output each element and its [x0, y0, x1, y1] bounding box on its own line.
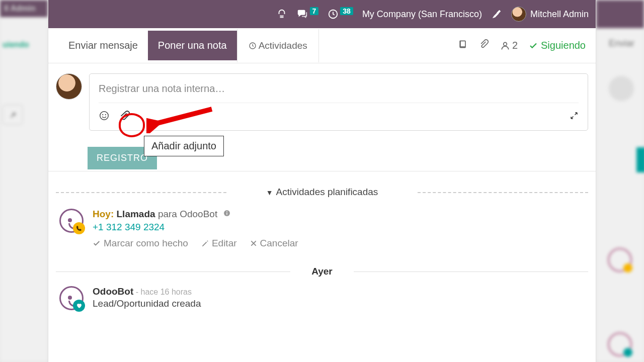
caret-down-icon: ▼ — [266, 189, 273, 197]
activity-item: Hoy: Llamada para OdooBot +1 312 349 232… — [48, 198, 596, 249]
message-sender[interactable]: OdooBot — [93, 286, 133, 297]
following-button[interactable]: Siguiendo — [529, 40, 586, 51]
tab-activities[interactable]: Actividades — [237, 29, 319, 62]
topbar: 7 38 My Company (San Francisco) Mitchell… — [48, 0, 596, 28]
svg-rect-11 — [227, 213, 227, 215]
message-item: OdooBot - hace 16 horas Lead/Oportunidad… — [48, 277, 596, 310]
mark-done-button[interactable]: Marcar como hecho — [93, 238, 188, 249]
blur-left-mid: uiendo — [3, 40, 45, 49]
discuss-icon[interactable]: 7 — [296, 9, 319, 20]
compose-area: Registrar una nota interna… — [48, 63, 596, 131]
blur-left-top: ll Admin — [0, 0, 48, 17]
svg-point-2 — [282, 17, 283, 18]
user-menu[interactable]: Mitchell Admin — [511, 7, 589, 22]
mark-done-label: Marcar como hecho — [104, 238, 188, 249]
tools-icon[interactable] — [491, 9, 502, 20]
edit-label: Editar — [212, 238, 237, 249]
svg-point-0 — [280, 17, 281, 18]
main-panel: 7 38 My Company (San Francisco) Mitchell… — [48, 0, 596, 362]
attachments-icon[interactable] — [479, 39, 489, 52]
svg-point-5 — [504, 42, 507, 46]
activity-type: Llamada — [117, 209, 155, 219]
message-time: - hace 16 horas — [136, 288, 192, 296]
followers-count[interactable]: 2 — [500, 40, 518, 51]
planned-activities-label: Actividades planificadas — [276, 187, 378, 197]
followers-number: 2 — [512, 40, 518, 51]
attachment-icon[interactable] — [119, 110, 130, 123]
user-name: Mitchell Admin — [530, 9, 589, 20]
svg-point-8 — [105, 114, 106, 115]
heart-badge-icon — [73, 300, 85, 312]
attachment-tooltip: Añadir adjunto — [144, 136, 224, 156]
svg-point-7 — [102, 114, 103, 115]
info-icon[interactable] — [223, 209, 231, 219]
book-icon[interactable] — [458, 39, 468, 52]
note-input[interactable]: Registrar una nota interna… — [99, 80, 579, 103]
day-separator: Ayer — [56, 266, 588, 277]
cancel-button[interactable]: Cancelar — [250, 238, 298, 249]
svg-point-12 — [227, 211, 228, 212]
activity-today-label: Hoy: — [93, 209, 114, 219]
blur-right: Enviar — [599, 38, 641, 49]
activity-avatar — [59, 209, 84, 233]
phone-badge-icon — [73, 222, 85, 234]
company-name[interactable]: My Company (San Francisco) — [362, 9, 482, 20]
activities-icon[interactable]: 38 — [328, 9, 353, 20]
edit-button[interactable]: Editar — [201, 238, 237, 249]
dialer-icon[interactable] — [276, 9, 287, 20]
svg-point-1 — [281, 17, 282, 18]
tab-send-message[interactable]: Enviar mensaje — [58, 31, 148, 60]
svg-point-6 — [100, 112, 109, 120]
emoji-icon[interactable] — [99, 110, 110, 123]
compose-avatar — [56, 73, 82, 100]
message-avatar — [59, 286, 84, 310]
following-label: Siguiendo — [541, 40, 586, 51]
chatter-tabs: Enviar mensaje Poner una nota Actividade… — [48, 28, 596, 63]
compose-box: Registrar una nota interna… — [89, 73, 588, 131]
fullscreen-icon[interactable] — [570, 111, 579, 122]
tab-activities-label: Actividades — [259, 40, 307, 51]
user-avatar — [511, 7, 526, 22]
message-text: Lead/Oportunidad creada — [93, 298, 201, 309]
planned-activities-header[interactable]: ▼Actividades planificadas — [56, 187, 588, 198]
chat-badge: 7 — [310, 7, 319, 15]
activities-badge: 38 — [340, 7, 353, 15]
activity-for: para OdooBot — [158, 209, 217, 219]
cancel-label: Cancelar — [260, 238, 298, 249]
tab-log-note[interactable]: Poner una nota — [148, 31, 237, 60]
activity-phone[interactable]: +1 312 349 2324 — [93, 222, 588, 233]
